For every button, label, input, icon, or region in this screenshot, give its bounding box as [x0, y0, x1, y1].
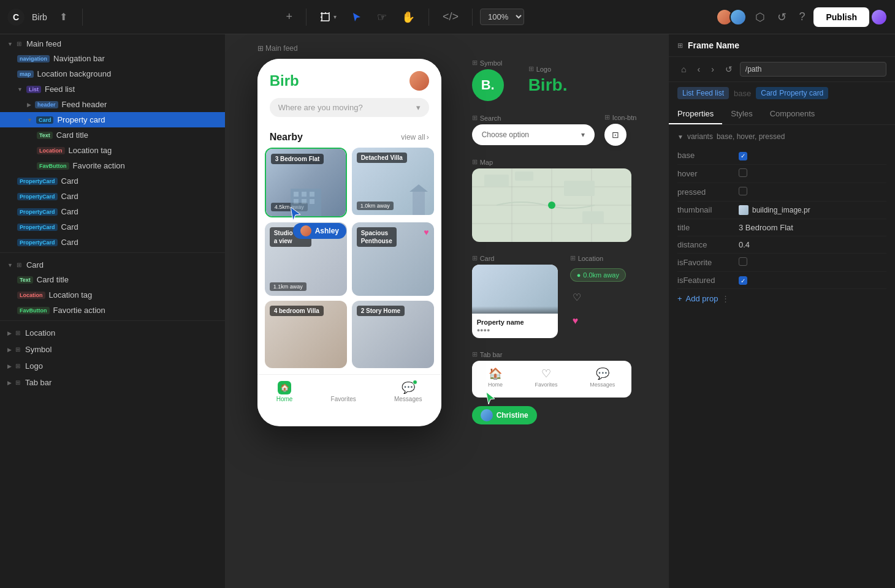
checkbox-isfavorite[interactable]	[739, 257, 747, 266]
distance-input[interactable]	[739, 240, 886, 249]
sidebar-section-location[interactable]: ▶ ⊞ Location	[0, 323, 225, 340]
tag-location: Location	[37, 147, 65, 154]
breadcrumb-row: List Feed list base Card Property card	[669, 82, 895, 104]
hand-tool-button[interactable]: ☞	[371, 7, 393, 28]
property-card-4[interactable]: SpaciousPenthouse ♥	[352, 222, 434, 296]
card-title-label: 2 Story Home	[357, 306, 405, 316]
heart-filled-icon[interactable]: ♥	[570, 313, 626, 329]
sidebar-section-symbol[interactable]: ▶ ⊞ Symbol	[0, 340, 225, 356]
forward-nav-button[interactable]: ›	[707, 62, 718, 76]
zoom-selector[interactable]: 100% 75% 50% 150%	[480, 9, 524, 25]
heart-outline-icon[interactable]: ♡	[570, 289, 626, 306]
sidebar-item-feed-header[interactable]: ▶ header Feed header	[0, 97, 225, 112]
sidebar-item-feed-list[interactable]: ▼ List Feed list	[0, 81, 225, 97]
variants-value-input[interactable]	[717, 132, 886, 141]
phone-search-bar[interactable]: Where are you moving? ▾	[270, 98, 429, 117]
cursor-christine-container: Christine	[472, 391, 637, 424]
svg-rect-13	[310, 199, 314, 204]
upload-button[interactable]: ⬆	[55, 9, 72, 25]
card-image-2: Detached Villa 1.0km away	[352, 148, 434, 215]
icon-btn-component[interactable]: ⊡	[604, 124, 626, 146]
symbol-text: Symbol	[480, 59, 503, 67]
title-input[interactable]	[739, 223, 886, 232]
tabbar-favorites-icon: ♡	[541, 367, 551, 380]
sidebar-item-favorite-action2[interactable]: FavButton Favortie action	[0, 303, 225, 318]
sidebar-item-property-card[interactable]: ▼ Card Property card	[0, 112, 225, 127]
tabbar-favorites[interactable]: ♡ Favorites	[535, 367, 558, 388]
breadcrumb-list-tag[interactable]: List Feed list	[677, 87, 729, 99]
tabbar-home[interactable]: 🏠 Home	[488, 367, 503, 388]
sidebar-section-tabbar[interactable]: ▶ ⊞ Tab bar	[0, 373, 225, 390]
tab-home[interactable]: 🏠 Home	[276, 381, 293, 402]
sidebar-item-card-1[interactable]: PropertyCard Card	[0, 173, 225, 189]
tab-styles[interactable]: Styles	[722, 104, 761, 124]
tab-properties[interactable]: Properties	[669, 104, 722, 124]
refresh-nav-button[interactable]: ↺	[722, 62, 736, 76]
sidebar-item-navigation-bar[interactable]: navigation Navigation bar	[0, 51, 225, 66]
help-button[interactable]: ?	[795, 7, 809, 27]
sidebar-section-card[interactable]: ▼ ⊞ Card	[0, 255, 225, 272]
sidebar-item-location-tag2[interactable]: Location Location tag	[0, 287, 225, 303]
svg-rect-8	[294, 192, 299, 197]
sidebar-item-favorite-action[interactable]: FavButton Favorite action	[0, 158, 225, 173]
sidebar-item-card-title2[interactable]: Text Card title	[0, 272, 225, 287]
sidebar-item-location-tag[interactable]: Location Location tag	[0, 143, 225, 158]
add-tool-button[interactable]: +	[280, 7, 299, 27]
sidebar-item-card-title[interactable]: Text Card title	[0, 127, 225, 143]
pan-tool-button[interactable]: ✋	[395, 7, 421, 28]
sidebar-item-location-background[interactable]: map Location background	[0, 66, 225, 81]
svg-rect-10	[310, 192, 314, 197]
checkbox-isfeatured[interactable]: ✓	[739, 276, 747, 285]
component-button[interactable]: ⬡	[752, 7, 769, 28]
panel-title: Frame Name	[688, 40, 739, 50]
home-nav-button[interactable]: ⌂	[677, 62, 690, 76]
toolbar-center: + ▾ ☞ ✋ </> 100% 75% 50% 150%	[93, 7, 712, 28]
panel-grid-icon: ⊞	[677, 42, 683, 50]
breadcrumb-card-tag-label: Card	[761, 89, 777, 97]
search-placeholder: Where are you moving?	[278, 103, 363, 112]
prop-row-base: base ✓	[677, 147, 886, 165]
history-button[interactable]: ↺	[774, 7, 790, 28]
avatar-group	[716, 9, 747, 26]
svg-rect-25	[582, 211, 604, 224]
sidebar-section-main-feed[interactable]: ▼ ⊞ Main feed	[0, 34, 225, 51]
map-label-text: ⊞ Map	[472, 158, 637, 166]
tab-components[interactable]: Components	[761, 104, 824, 124]
tabbar-messages-label: Messages	[590, 382, 615, 388]
tab-messages[interactable]: 💬 Messages	[394, 381, 422, 402]
sidebar-item-card-2[interactable]: PropertyCard Card	[0, 189, 225, 204]
chevron-icon: ▶	[7, 330, 12, 336]
variants-title[interactable]: ▼ variants	[677, 132, 886, 141]
frame-tool-button[interactable]: ▾	[314, 8, 343, 26]
sidebar-item-card-5[interactable]: PropertyCard Card	[0, 235, 225, 250]
checkbox-base[interactable]: ✓	[739, 152, 747, 160]
checkbox-pressed[interactable]	[739, 187, 747, 195]
tab-favorites-label: Favorites	[331, 396, 356, 402]
property-card-6[interactable]: 2 Story Home	[352, 301, 434, 368]
back-nav-button[interactable]: ‹	[693, 62, 704, 76]
app-logo[interactable]: C	[7, 9, 25, 26]
path-nav-row: ⌂ ‹ › ↺	[669, 57, 895, 82]
sidebar-section-logo[interactable]: ▶ ⊞ Logo	[0, 356, 225, 373]
path-input[interactable]	[740, 62, 886, 77]
property-card-2[interactable]: Detached Villa 1.0km away	[352, 148, 434, 217]
divider	[428, 9, 429, 26]
tab-favorites[interactable]: ♡ Favorites	[331, 381, 356, 402]
card-title-label: Detached Villa	[357, 153, 407, 163]
view-all-link[interactable]: view all ›	[401, 133, 428, 141]
sidebar-item-card-4[interactable]: PropertyCard Card	[0, 219, 225, 235]
code-tool-button[interactable]: </>	[436, 7, 465, 27]
icon-btn-inner-icon: ⊡	[612, 130, 619, 140]
breadcrumb-card-tag[interactable]: Card Property card	[756, 87, 828, 99]
property-card-5[interactable]: 4 bedroom Villa	[265, 301, 347, 368]
sidebar-item-card-3[interactable]: PropertyCard Card	[0, 204, 225, 219]
cursor-name-christine: Christine	[497, 411, 528, 420]
canvas[interactable]: ⊞ Main feed Birb Where are you moving? ▾	[226, 34, 668, 588]
select-tool-button[interactable]	[345, 8, 368, 26]
publish-button[interactable]: Publish	[813, 7, 869, 27]
add-prop-row[interactable]: + Add prop ⋮	[677, 289, 886, 308]
checkbox-hover[interactable]	[739, 168, 747, 177]
chevron-right-icon: ›	[427, 133, 429, 141]
tabbar-messages[interactable]: 💬 Messages	[590, 367, 615, 388]
search-component[interactable]: Choose option ▾	[472, 124, 595, 145]
